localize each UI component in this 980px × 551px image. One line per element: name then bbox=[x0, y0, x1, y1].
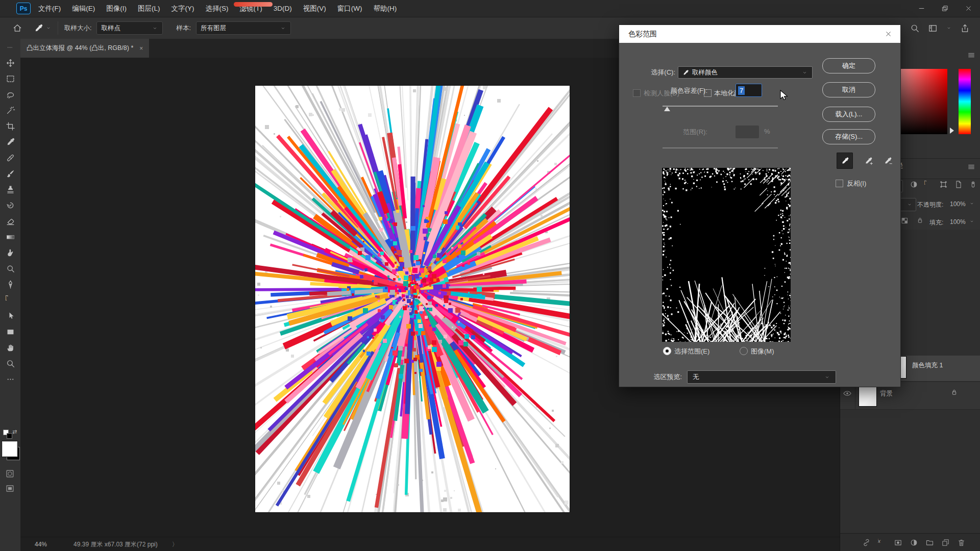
lock-all-icon[interactable] bbox=[916, 216, 924, 224]
dialog-close-icon[interactable] bbox=[876, 25, 900, 43]
lock-transparent-icon[interactable] bbox=[901, 217, 909, 224]
eyedropper-tool-icon[interactable] bbox=[34, 23, 43, 33]
shape-tool[interactable] bbox=[0, 324, 20, 340]
menu-item[interactable]: 视图(V) bbox=[298, 0, 332, 17]
quick-mask-icon[interactable] bbox=[5, 469, 15, 479]
sample-size-select[interactable]: 取样点 bbox=[96, 21, 163, 35]
filter-toggle-icon[interactable] bbox=[969, 180, 977, 189]
load-button[interactable]: 载入(L)... bbox=[822, 107, 875, 122]
chevron-down-icon[interactable] bbox=[45, 25, 52, 31]
document-tab[interactable]: 凸出立体海报 @ 44% (凸出, RGB/8) * × bbox=[20, 39, 149, 58]
fuzziness-slider-thumb[interactable] bbox=[664, 107, 670, 111]
delete-layer-icon[interactable] bbox=[957, 538, 966, 547]
share-icon[interactable] bbox=[960, 23, 970, 33]
crop-tool[interactable] bbox=[0, 118, 20, 134]
toolbar-ellipsis[interactable] bbox=[0, 371, 20, 387]
clone-stamp-tool[interactable] bbox=[0, 182, 20, 197]
hue-strip[interactable] bbox=[959, 69, 971, 134]
marquee-tool[interactable] bbox=[0, 71, 20, 87]
menu-item[interactable]: 窗口(W) bbox=[332, 0, 368, 17]
move-tool[interactable] bbox=[0, 55, 20, 71]
brush-tool[interactable] bbox=[0, 166, 20, 182]
menu-item[interactable]: 帮助(H) bbox=[368, 0, 402, 17]
photoshop-logo-icon[interactable]: Ps bbox=[16, 3, 31, 14]
fill-value[interactable]: 100% bbox=[950, 218, 966, 226]
chevron-down-icon bbox=[801, 69, 808, 76]
smudge-tool[interactable] bbox=[0, 245, 20, 261]
foreground-color-swatch[interactable] bbox=[2, 441, 17, 457]
hue-pointer-icon[interactable] bbox=[950, 128, 954, 134]
sample-select[interactable]: 所有图层 bbox=[196, 21, 291, 35]
menu-item[interactable]: 选择(S) bbox=[200, 0, 234, 17]
chevron-down-icon[interactable] bbox=[969, 201, 975, 207]
workspace-icon[interactable] bbox=[928, 23, 938, 33]
close-button[interactable] bbox=[957, 0, 980, 17]
ok-button[interactable]: 确定 bbox=[822, 58, 875, 73]
smartobject-filter-icon[interactable] bbox=[954, 180, 963, 189]
mini-background-swatch[interactable] bbox=[7, 433, 12, 439]
zoom-tool[interactable] bbox=[0, 356, 20, 371]
toolbar-grip[interactable] bbox=[0, 39, 20, 52]
menu-item[interactable]: 文字(Y) bbox=[166, 0, 200, 17]
minimize-button[interactable] bbox=[910, 0, 933, 17]
type-filter-icon[interactable]: T bbox=[924, 180, 933, 189]
paths-panel-menu-icon[interactable] bbox=[967, 163, 975, 171]
chevron-down-icon[interactable] bbox=[946, 25, 952, 31]
tab-close-icon[interactable]: × bbox=[139, 45, 143, 52]
adjustment-layer-icon[interactable] bbox=[910, 538, 918, 547]
history-brush-tool[interactable] bbox=[0, 197, 20, 213]
fuzziness-slider-track[interactable] bbox=[663, 106, 778, 107]
menu-bar: Ps 文件(F)编辑(E)图像(I)图层(L)文字(Y)选择(S)滤镜(T)3D… bbox=[0, 0, 980, 17]
cancel-button[interactable]: 取消 bbox=[822, 82, 875, 97]
zoom-level[interactable]: 44% bbox=[35, 541, 47, 548]
hand-tool[interactable] bbox=[0, 340, 20, 356]
screen-mode-icon[interactable] bbox=[5, 484, 15, 493]
menu-item[interactable]: 文件(F) bbox=[33, 0, 66, 17]
opacity-value[interactable]: 100% bbox=[950, 201, 966, 208]
color-panel-menu-icon[interactable] bbox=[967, 51, 975, 59]
new-group-icon[interactable] bbox=[925, 538, 934, 547]
document-image[interactable] bbox=[255, 86, 570, 512]
type-tool[interactable]: T bbox=[0, 292, 20, 308]
sample-eyedropper-button[interactable] bbox=[837, 153, 853, 169]
layer-name[interactable]: 颜色填充 1 bbox=[912, 361, 943, 370]
menu-item[interactable]: 3D(D) bbox=[268, 0, 298, 17]
select-dropdown[interactable]: 取样颜色 bbox=[678, 66, 813, 79]
gradient-tool[interactable] bbox=[0, 229, 20, 245]
add-sample-eyedropper-button[interactable] bbox=[860, 153, 876, 169]
swap-colors-icon[interactable]: ⇄ bbox=[12, 429, 17, 435]
invert-checkbox[interactable] bbox=[836, 180, 843, 187]
lasso-tool[interactable] bbox=[0, 87, 20, 103]
new-layer-icon[interactable] bbox=[941, 538, 950, 547]
selection-radio[interactable] bbox=[663, 347, 671, 355]
add-mask-icon[interactable] bbox=[894, 538, 902, 547]
shape-filter-icon[interactable] bbox=[939, 180, 948, 189]
pen-tool[interactable] bbox=[0, 277, 20, 292]
home-icon[interactable] bbox=[12, 23, 22, 33]
dialog-title-bar[interactable]: 色彩范围 bbox=[619, 25, 900, 43]
subtract-sample-eyedropper-button[interactable] bbox=[879, 153, 896, 169]
menu-item[interactable]: 图层(L) bbox=[132, 0, 166, 17]
layer-name[interactable]: 背景 bbox=[880, 389, 893, 398]
layer-effects-icon[interactable]: fx bbox=[878, 538, 887, 547]
search-icon[interactable] bbox=[910, 23, 920, 33]
adjustment-filter-icon[interactable] bbox=[910, 180, 918, 189]
image-radio[interactable] bbox=[740, 347, 748, 355]
selection-preview-dropdown[interactable]: 无 bbox=[687, 370, 836, 384]
path-select-tool[interactable] bbox=[0, 308, 20, 324]
restore-button[interactable] bbox=[933, 0, 957, 17]
layer-visibility-eye-icon[interactable] bbox=[843, 389, 852, 398]
menu-item[interactable]: 编辑(E) bbox=[66, 0, 101, 17]
status-expander-icon[interactable]: 〉 bbox=[172, 540, 178, 549]
healing-brush-tool[interactable] bbox=[0, 150, 20, 166]
chevron-down-icon[interactable] bbox=[969, 218, 975, 224]
layer-thumbnail[interactable] bbox=[859, 386, 877, 407]
save-button[interactable]: 存储(S)... bbox=[822, 129, 875, 144]
menu-item[interactable]: 图像(I) bbox=[101, 0, 132, 17]
link-layers-icon[interactable] bbox=[862, 538, 871, 547]
fuzziness-input[interactable]: 7 bbox=[736, 84, 762, 97]
dodge-tool[interactable] bbox=[0, 261, 20, 277]
eraser-tool[interactable] bbox=[0, 213, 20, 229]
eyedropper-tool[interactable] bbox=[0, 134, 20, 150]
magic-wand-tool[interactable] bbox=[0, 103, 20, 118]
